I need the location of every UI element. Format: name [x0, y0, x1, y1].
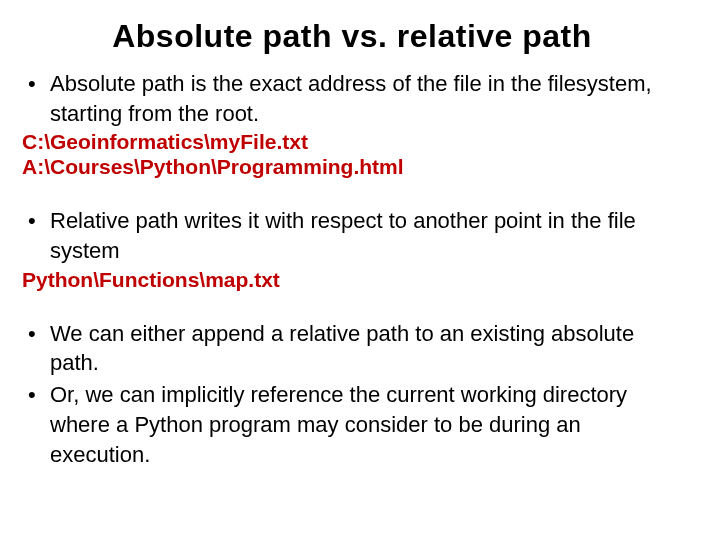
spacer — [22, 180, 682, 206]
slide-title: Absolute path vs. relative path — [22, 18, 682, 55]
path-example-relative-1: Python\Functions\map.txt — [22, 268, 682, 292]
bullet-absolute-definition: Absolute path is the exact address of th… — [22, 69, 682, 128]
bullet-implicit-cwd: Or, we can implicitly reference the curr… — [22, 380, 682, 469]
path-example-absolute-1: C:\Geoinformatics\myFile.txt — [22, 130, 682, 154]
content-list: We can either append a relative path to … — [22, 319, 682, 469]
content-list: Absolute path is the exact address of th… — [22, 69, 682, 128]
spacer — [22, 293, 682, 319]
path-example-absolute-2: A:\Courses\Python\Programming.html — [22, 155, 682, 179]
bullet-append-relative: We can either append a relative path to … — [22, 319, 682, 378]
content-list: Relative path writes it with respect to … — [22, 206, 682, 265]
bullet-relative-definition: Relative path writes it with respect to … — [22, 206, 682, 265]
